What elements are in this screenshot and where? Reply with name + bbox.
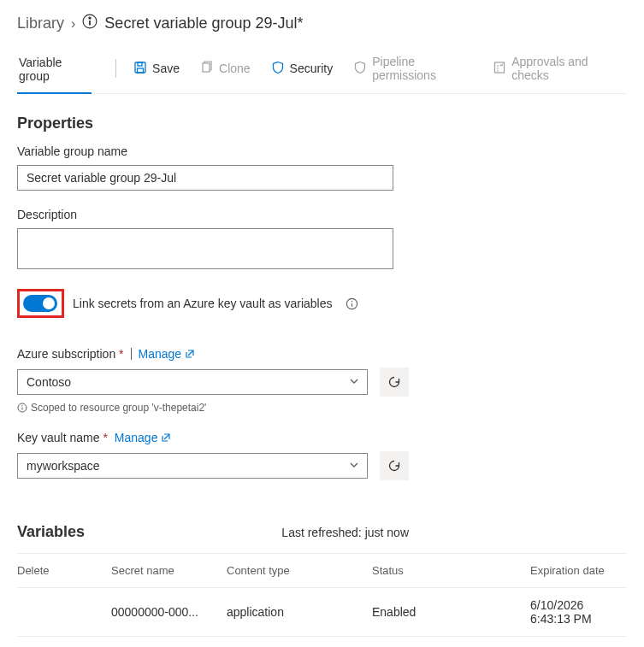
row-status: Enabled	[372, 595, 530, 629]
approvals-checks-label: Approvals and checks	[511, 55, 618, 82]
col-content-type: Content type	[227, 554, 372, 587]
clone-button: Clone	[192, 54, 259, 87]
keyvault-select[interactable]	[17, 453, 368, 479]
add-button[interactable]: Add	[17, 637, 627, 647]
name-input[interactable]	[17, 165, 393, 191]
row-expiration: 6/10/2026 6:43:13 PM	[530, 588, 627, 636]
variables-table: Delete Secret name Content type Status E…	[17, 553, 627, 637]
keyvault-manage-link[interactable]: Manage	[115, 431, 172, 444]
row-delete-cell	[17, 602, 111, 622]
save-icon	[133, 61, 147, 77]
link-keyvault-label: Link secrets from an Azure key vault as …	[73, 297, 332, 310]
description-input[interactable]	[17, 228, 393, 269]
toolbar-divider	[115, 59, 116, 78]
info-icon[interactable]	[346, 297, 358, 311]
col-secret-name: Secret name	[111, 554, 227, 587]
approvals-checks-button: Approvals and checks	[484, 48, 627, 92]
svg-rect-2	[135, 62, 145, 73]
pipeline-permissions-button: Pipeline permissions	[345, 48, 481, 92]
breadcrumb-library[interactable]: Library	[17, 15, 64, 32]
subscription-helper: Scoped to resource group 'v-thepetai2'	[17, 402, 627, 414]
name-label: Variable group name	[17, 144, 627, 158]
last-refreshed: Last refreshed: just now	[281, 526, 409, 539]
save-button[interactable]: Save	[125, 54, 188, 87]
tab-variable-group[interactable]: Variable group	[17, 47, 92, 93]
link-keyvault-toggle[interactable]	[23, 295, 57, 312]
svg-rect-6	[495, 62, 505, 73]
table-row[interactable]: 00000000-000... application Enabled 6/10…	[17, 588, 627, 637]
pipeline-permissions-label: Pipeline permissions	[372, 55, 472, 82]
variable-group-icon	[82, 14, 97, 33]
description-label: Description	[17, 208, 627, 221]
svg-rect-5	[203, 63, 210, 72]
table-header: Delete Secret name Content type Status E…	[17, 554, 627, 588]
svg-point-1	[89, 16, 92, 19]
subscription-select[interactable]	[17, 369, 368, 395]
breadcrumb-current: Secret variable group 29-Jul*	[104, 15, 303, 32]
breadcrumb: Library › Secret variable group 29-Jul*	[17, 14, 627, 33]
svg-point-10	[21, 405, 22, 406]
row-secret-name: 00000000-000...	[111, 595, 227, 629]
save-label: Save	[152, 62, 180, 75]
toggle-knob	[43, 297, 55, 309]
shield-outline-icon	[353, 61, 367, 77]
breadcrumb-separator: ›	[71, 16, 75, 32]
label-divider	[131, 348, 132, 360]
properties-heading: Properties	[17, 115, 627, 132]
tab-toolbar-row: Variable group Save Clone Security	[17, 47, 627, 94]
subscription-label: Azure subscription *	[17, 347, 124, 361]
toggle-highlight	[17, 289, 64, 318]
svg-point-8	[352, 301, 353, 303]
clone-icon	[200, 61, 214, 77]
svg-rect-4	[138, 68, 144, 73]
clone-label: Clone	[219, 62, 251, 75]
col-delete: Delete	[17, 554, 111, 587]
col-status: Status	[372, 554, 530, 587]
keyvault-refresh-button[interactable]	[380, 451, 409, 480]
variables-heading: Variables	[17, 523, 85, 541]
shield-icon	[271, 61, 285, 77]
col-expiration: Expiration date	[530, 554, 627, 587]
row-content-type: application	[227, 595, 372, 629]
svg-rect-3	[138, 62, 142, 66]
security-button[interactable]: Security	[263, 54, 342, 87]
subscription-refresh-button[interactable]	[380, 368, 409, 397]
keyvault-label: Key vault name *	[17, 431, 108, 444]
checklist-icon	[493, 61, 506, 77]
security-label: Security	[290, 62, 334, 75]
subscription-manage-link[interactable]: Manage	[139, 347, 196, 361]
